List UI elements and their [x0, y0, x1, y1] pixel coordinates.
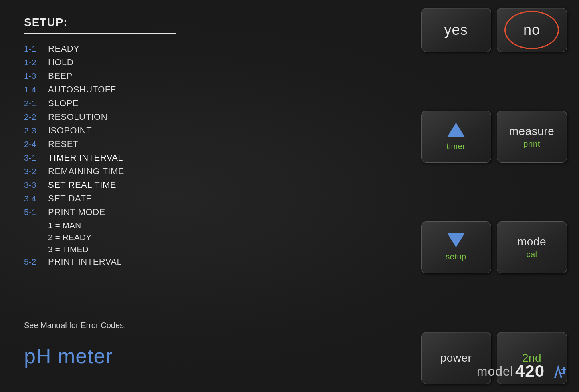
model-prefix: model: [477, 364, 514, 379]
item-label-1-4: AUTOSHUTOFF: [48, 84, 116, 95]
menu-item-3-4: 3-4 SET DATE: [24, 193, 387, 204]
triangle-down-icon: [447, 233, 465, 247]
menu-item-3-1: 3-1 TIMER INTERVAL: [24, 153, 387, 163]
svg-rect-1: [559, 373, 565, 374]
power-label: power: [440, 352, 472, 364]
sub-item-2ready: 2 = READY: [48, 233, 387, 242]
item-label-1-3: BEEP: [48, 71, 73, 81]
sub-item-1man: 1 = MAN: [48, 221, 387, 230]
menu-list: 1-1 READY 1-2 HOLD 1-3 BEEP 1-4 AUTOSHUT…: [24, 44, 387, 267]
mode-cal-button[interactable]: mode cal: [497, 221, 567, 273]
item-label-2-1: SLOPE: [48, 98, 79, 109]
item-num-5-2: 5-2: [24, 257, 48, 267]
item-label-2-4: RESET: [48, 139, 79, 149]
item-num-1-3: 1-3: [24, 71, 48, 81]
item-label-2-3: ISOPOINT: [48, 125, 92, 136]
yes-button[interactable]: yes: [421, 8, 491, 52]
cal-label: cal: [526, 250, 537, 259]
print-label: print: [523, 139, 540, 149]
btn-row-yes-no: yes no: [419, 8, 569, 52]
item-num-2-1: 2-1: [24, 99, 48, 108]
item-label-5-1: PRINT MODE: [48, 207, 105, 217]
menu-item-1-1: 1-1 READY: [24, 44, 387, 54]
item-num-3-3: 3-3: [24, 180, 48, 190]
menu-item-2-1: 2-1 SLOPE: [24, 98, 387, 109]
menu-item-2-4: 2-4 RESET: [24, 139, 387, 149]
svg-rect-3: [561, 369, 566, 370]
item-label-3-1: TIMER INTERVAL: [48, 153, 123, 163]
down-setup-button[interactable]: setup: [421, 221, 491, 273]
menu-item-5-2: 5-2 PRINT INTERVAL: [24, 257, 387, 267]
setup-divider: [24, 33, 176, 34]
item-num-5-1: 5-1: [24, 207, 48, 217]
item-num-3-4: 3-4: [24, 194, 48, 203]
menu-item-1-4: 1-4 AUTOSHUTOFF: [24, 84, 387, 95]
item-num-2-4: 2-4: [24, 139, 48, 149]
menu-item-2-3: 2-3 ISOPOINT: [24, 125, 387, 136]
menu-item-5-1: 5-1 PRINT MODE: [24, 207, 387, 217]
item-label-3-3: SET REAL TIME: [48, 180, 116, 190]
menu-item-1-3: 1-3 BEEP: [24, 71, 387, 81]
sub-item-3timed: 3 = TIMED: [48, 245, 387, 254]
right-panel: yes no timer measure print setup: [411, 0, 579, 392]
menu-item-3-2: 3-2 REMAINING TIME: [24, 166, 387, 177]
item-num-1-1: 1-1: [24, 44, 48, 54]
main-layout: SETUP: 1-1 READY 1-2 HOLD 1-3 BEEP 1-4 A…: [0, 0, 579, 392]
model-number: 420: [515, 362, 545, 381]
menu-sub-items: 1 = MAN 2 = READY 3 = TIMED: [24, 221, 387, 254]
item-label-2-2: RESOLUTION: [48, 112, 107, 122]
item-label-3-4: SET DATE: [48, 193, 92, 204]
item-label-5-2: PRINT INTERVAL: [48, 257, 122, 267]
footer-area: See Manual for Error Codes. pH meter: [24, 321, 387, 376]
item-label-1-2: HOLD: [48, 57, 73, 68]
setup-title: SETUP:: [24, 16, 387, 29]
item-num-1-4: 1-4: [24, 85, 48, 94]
no-button[interactable]: no: [497, 8, 567, 52]
item-num-1-2: 1-2: [24, 58, 48, 67]
item-num-2-3: 2-3: [24, 126, 48, 135]
measure-label: measure: [509, 125, 554, 138]
up-timer-button[interactable]: timer: [421, 111, 491, 163]
item-label-3-2: REMAINING TIME: [48, 166, 124, 177]
left-panel: SETUP: 1-1 READY 1-2 HOLD 1-3 BEEP 1-4 A…: [0, 0, 411, 392]
error-note: See Manual for Error Codes.: [24, 321, 387, 330]
ph-meter-label: pH meter: [24, 344, 387, 368]
menu-item-1-2: 1-2 HOLD: [24, 57, 387, 68]
model-logo-icon: [546, 362, 567, 381]
setup-content: SETUP: 1-1 READY 1-2 HOLD 1-3 BEEP 1-4 A…: [24, 16, 387, 321]
item-num-2-2: 2-2: [24, 112, 48, 122]
svg-marker-0: [554, 365, 562, 378]
item-num-3-1: 3-1: [24, 153, 48, 163]
btn-row-up-measure: timer measure print: [419, 111, 569, 163]
mode-label: mode: [517, 235, 546, 248]
setup-label: setup: [446, 252, 466, 261]
timer-label: timer: [447, 142, 466, 151]
measure-print-button[interactable]: measure print: [497, 111, 567, 163]
model-label-area: model 420: [477, 362, 567, 381]
menu-item-2-2: 2-2 RESOLUTION: [24, 112, 387, 122]
triangle-up-icon: [447, 123, 465, 137]
menu-item-3-3: 3-3 SET REAL TIME: [24, 180, 387, 190]
item-label-1-1: READY: [48, 44, 79, 54]
btn-row-down-mode: setup mode cal: [419, 221, 569, 273]
item-num-3-2: 3-2: [24, 167, 48, 176]
